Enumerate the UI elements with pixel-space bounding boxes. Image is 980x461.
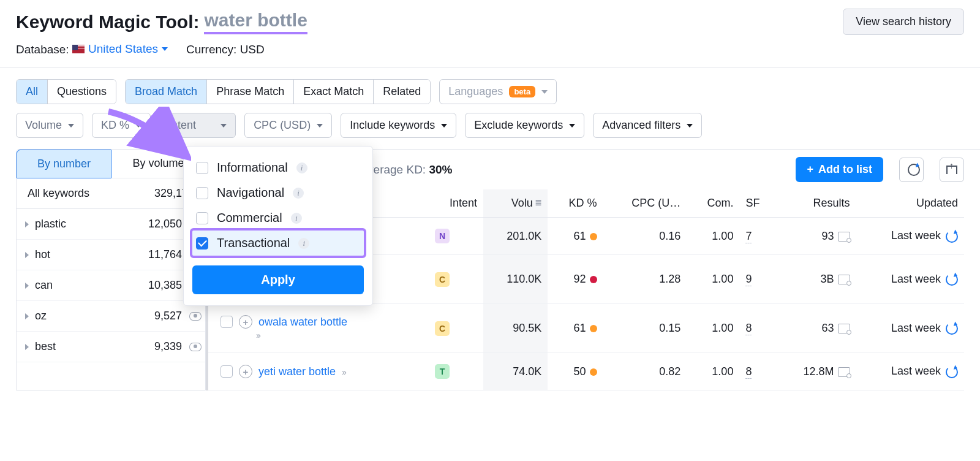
- intent-option-transactional[interactable]: Transactional i: [192, 230, 364, 256]
- sf-cell[interactable]: 8: [739, 304, 775, 353]
- refresh-icon[interactable]: [946, 322, 958, 335]
- tab-all[interactable]: All: [17, 80, 48, 104]
- updated-cell: Last week: [856, 218, 964, 255]
- col-updated[interactable]: Updated: [856, 189, 964, 218]
- all-keywords-row[interactable]: All keywords 329,177: [17, 178, 205, 209]
- col-com[interactable]: Com.: [687, 189, 739, 218]
- intent-badge: N: [435, 229, 450, 243]
- refresh-icon[interactable]: [946, 273, 958, 286]
- keyword-group-item[interactable]: hot 11,764: [17, 240, 205, 270]
- intent-option-commercial[interactable]: Commercial i: [192, 205, 364, 230]
- eye-icon[interactable]: [189, 312, 202, 321]
- intent-option-navigational[interactable]: Navigational i: [192, 180, 364, 205]
- checkbox-icon[interactable]: [196, 212, 208, 224]
- updated-cell: Last week: [856, 255, 964, 304]
- col-volume[interactable]: Volu≡: [483, 189, 548, 218]
- double-chevron-icon[interactable]: ››: [342, 367, 345, 377]
- serp-icon[interactable]: [838, 232, 850, 242]
- chevron-right-icon: [25, 313, 29, 319]
- intent-badge: C: [435, 321, 450, 336]
- beta-badge: beta: [509, 86, 535, 97]
- keyword-link[interactable]: owala water bottle: [258, 316, 347, 329]
- add-circle-icon[interactable]: +: [239, 315, 252, 329]
- chevron-down-icon: [569, 124, 575, 128]
- checkbox-icon[interactable]: [196, 162, 208, 174]
- intent-badge: T: [435, 364, 450, 379]
- chevron-right-icon: [25, 221, 29, 227]
- checkbox-icon[interactable]: [196, 237, 208, 250]
- group-name: hot: [35, 248, 50, 261]
- chevron-down-icon: [221, 124, 227, 128]
- view-search-history-button[interactable]: View search history: [843, 9, 964, 35]
- col-kd[interactable]: KD %: [548, 189, 603, 218]
- volume-filter[interactable]: Volume: [16, 113, 83, 138]
- info-icon[interactable]: i: [298, 238, 309, 249]
- group-count: 12,050: [148, 218, 182, 230]
- sf-cell[interactable]: 7: [739, 218, 775, 255]
- keyword-group-item[interactable]: plastic 12,050: [17, 209, 205, 240]
- tabs-primary: All Questions: [16, 79, 116, 104]
- add-to-list-button[interactable]: +Add to list: [796, 157, 883, 182]
- export-icon: [946, 166, 957, 174]
- keyword-group-item[interactable]: best 9,339: [17, 332, 205, 362]
- eye-icon[interactable]: [189, 343, 202, 351]
- keyword-group-item[interactable]: can 10,385: [17, 270, 205, 301]
- intent-badge: C: [435, 272, 450, 287]
- com-cell: 1.00: [687, 304, 739, 353]
- serp-icon[interactable]: [838, 324, 850, 333]
- results-cell: 3B: [775, 255, 856, 304]
- refresh-button[interactable]: [899, 158, 924, 182]
- info-icon[interactable]: i: [291, 213, 302, 224]
- keyword-group-item[interactable]: oz 9,527: [17, 301, 205, 332]
- database-selector[interactable]: United States: [72, 42, 168, 56]
- row-checkbox[interactable]: [221, 316, 233, 328]
- tab-exact-match[interactable]: Exact Match: [294, 80, 374, 104]
- col-intent[interactable]: Intent: [429, 189, 483, 218]
- export-button[interactable]: [940, 158, 964, 182]
- tab-by-number[interactable]: By number: [17, 150, 111, 178]
- advanced-filters[interactable]: Advanced filters: [593, 113, 702, 138]
- apply-button[interactable]: Apply: [192, 265, 364, 294]
- group-name: can: [35, 279, 53, 292]
- info-icon[interactable]: i: [293, 188, 304, 199]
- plus-icon: +: [807, 163, 813, 176]
- col-sf[interactable]: SF: [739, 189, 775, 218]
- tab-questions[interactable]: Questions: [48, 80, 116, 104]
- row-checkbox[interactable]: [221, 365, 233, 378]
- tab-phrase-match[interactable]: Phrase Match: [207, 80, 294, 104]
- tab-broad-match[interactable]: Broad Match: [126, 80, 207, 104]
- table-row: + yeti water bottle ›› T 74.0K 50 0.82 1…: [208, 353, 964, 391]
- tabs-match: Broad Match Phrase Match Exact Match Rel…: [125, 79, 431, 104]
- intent-option-informational[interactable]: Informational i: [192, 155, 364, 180]
- include-keywords-filter[interactable]: Include keywords: [341, 113, 456, 138]
- serp-icon[interactable]: [838, 275, 850, 284]
- col-cpc[interactable]: CPC (U…: [603, 189, 687, 218]
- updated-cell: Last week: [856, 353, 964, 391]
- annotation-arrow-icon: [99, 107, 191, 162]
- info-icon[interactable]: i: [296, 162, 307, 173]
- refresh-icon[interactable]: [946, 230, 958, 243]
- refresh-icon[interactable]: [946, 366, 958, 378]
- chevron-right-icon: [25, 344, 29, 350]
- cpc-filter[interactable]: CPC (USD): [244, 113, 332, 138]
- add-circle-icon[interactable]: +: [239, 365, 252, 378]
- chevron-down-icon: [541, 90, 548, 94]
- chevron-down-icon: [441, 124, 447, 128]
- exclude-keywords-filter[interactable]: Exclude keywords: [465, 113, 584, 138]
- checkbox-icon[interactable]: [196, 187, 208, 199]
- results-cell: 12.8M: [775, 353, 856, 391]
- sf-cell[interactable]: 9: [739, 255, 775, 304]
- languages-selector[interactable]: Languages beta: [439, 79, 557, 104]
- tab-related[interactable]: Related: [374, 80, 430, 104]
- serp-icon[interactable]: [838, 367, 850, 377]
- group-name: oz: [35, 310, 47, 322]
- kd-dot-icon: [590, 368, 597, 376]
- volume-cell: 74.0K: [483, 353, 548, 391]
- double-chevron-icon[interactable]: ››: [256, 330, 260, 340]
- sf-cell[interactable]: 8: [739, 353, 775, 391]
- col-results[interactable]: Results: [775, 189, 856, 218]
- group-count: 10,385: [148, 279, 182, 292]
- cpc-cell: 0.16: [603, 218, 687, 255]
- refresh-icon: [908, 164, 920, 176]
- keyword-link[interactable]: yeti water bottle: [258, 365, 336, 378]
